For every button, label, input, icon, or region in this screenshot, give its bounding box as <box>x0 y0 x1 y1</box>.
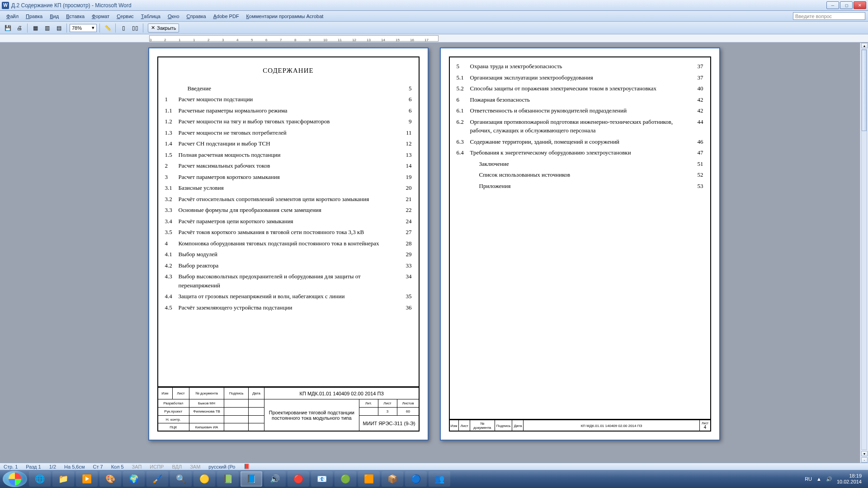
view2-icon[interactable]: ▥ <box>42 23 52 33</box>
app-icon[interactable]: 🔍 <box>170 471 192 487</box>
maximize-button[interactable]: ◻ <box>840 1 853 9</box>
app-icon[interactable]: 👥 <box>429 471 450 487</box>
status-bar: Стр. 1 Разд 1 1/2 На 5,6см Ст 7 Кол 5 ЗА… <box>0 463 868 470</box>
toc-row: 1Расчет мощности подстанции6 <box>165 95 412 104</box>
menu-item[interactable]: Сервис <box>113 12 137 20</box>
save-icon[interactable]: 💾 <box>3 23 13 33</box>
print-icon[interactable]: 🖨 <box>14 23 24 33</box>
app-icon[interactable]: 🌍 <box>123 471 145 487</box>
ruler-icon[interactable]: 📏 <box>103 23 113 33</box>
system-tray[interactable]: RU ▲ 🔊 18:1910.02.2014 <box>805 473 865 485</box>
toc-row: 5.2Способы защиты от поражения электриче… <box>457 84 703 93</box>
explorer-icon[interactable]: 📁 <box>52 471 74 487</box>
status-page: Стр. 1 <box>4 464 18 469</box>
opera-icon[interactable]: 🔴 <box>288 471 309 487</box>
app-icon[interactable]: 🎨 <box>99 471 121 487</box>
toc-row: 5.1Организация эксплуатации электрообору… <box>457 73 703 82</box>
app-icon[interactable]: 🖌️ <box>146 471 168 487</box>
excel-icon[interactable]: 📗 <box>217 471 239 487</box>
word-icon[interactable]: 📘 <box>241 471 262 487</box>
toc-row: 3Расчет параметров короткого замыкания19 <box>165 173 412 182</box>
close-button[interactable]: ✕ <box>854 1 866 9</box>
vertical-scrollbar[interactable]: ▲ ▼ ◦ ▼ <box>860 43 868 470</box>
skype-icon[interactable]: 🔵 <box>405 471 427 487</box>
toc-row: 4.3Выбор высоковольтных предохранителей … <box>165 272 412 290</box>
wmp-icon[interactable]: ▶️ <box>76 471 98 487</box>
toc-row: 1.1Расчетные параметры нормального режим… <box>165 106 412 115</box>
menu-item[interactable]: Справка <box>183 12 210 20</box>
toolbar: 💾 🖨 ▦ ▥ ▤ 78%▾ 📏 ▯ ▯▯ ✕ Закрыть <box>0 22 868 34</box>
toc-row: 3.3Основные формулы для преобразования с… <box>165 206 412 215</box>
taskbar: 🌐 📁 ▶️ 🎨 🌍 🖌️ 🔍 🟡 📗 📘 🔊 🔴 📧 🟢 🟧 📦 🔵 👥 RU… <box>0 470 868 488</box>
toc-row: 6Пожарная безопасность42 <box>457 95 703 104</box>
window-title: Д.2 Содержание КП (просмотр) - Microsoft… <box>11 2 826 9</box>
multipage-icon[interactable]: ▯▯ <box>130 23 140 33</box>
app-icon[interactable]: 🟢 <box>335 471 356 487</box>
toc-row: Приложения53 <box>457 182 703 191</box>
help-question-input[interactable]: Введите вопрос <box>793 12 865 20</box>
menu-item[interactable]: Вид <box>46 12 62 20</box>
onepage-icon[interactable]: ▯ <box>118 23 128 33</box>
status-section: Разд 1 <box>26 464 41 469</box>
app-icon[interactable]: 📦 <box>382 471 403 487</box>
mail-icon[interactable]: 📧 <box>311 471 333 487</box>
menu-item[interactable]: Вставка <box>62 12 88 20</box>
page-2: 5Охрана труда и электробезопасность375.1… <box>440 47 720 441</box>
menu-item[interactable]: Окно <box>164 12 183 20</box>
start-button[interactable] <box>3 471 27 487</box>
tray-flag-icon: ▲ <box>816 476 821 482</box>
toc-row: Введение5 <box>165 84 412 93</box>
menu-item[interactable]: Adobe PDF <box>210 12 243 20</box>
app-icon[interactable]: 🔊 <box>264 471 286 487</box>
toc-title: СОДЕРЖАНИЕ <box>165 66 412 76</box>
view1-icon[interactable]: ▦ <box>30 23 40 33</box>
spellcheck-icon[interactable]: 📕 <box>244 464 250 469</box>
menu-item[interactable]: Таблица <box>137 12 164 20</box>
view3-icon[interactable]: ▤ <box>54 23 64 33</box>
status-lang: русский (Ро <box>208 464 235 469</box>
toc-row: 1.3Расчет мощности не тяговых потребител… <box>165 128 412 137</box>
status-line: Ст 7 <box>93 464 103 469</box>
title-block-small: Изм Лист № документа Подпись Дата КП МДК… <box>449 419 711 432</box>
minimize-button[interactable]: ─ <box>826 1 839 9</box>
toc-row: 6.4Требования к энергетическому оборудов… <box>457 148 703 157</box>
status-at: На 5,6см <box>64 464 85 469</box>
page-1: СОДЕРЖАНИЕ Введение51Расчет мощности под… <box>148 47 429 441</box>
document-area[interactable]: СОДЕРЖАНИЕ Введение51Расчет мощности под… <box>0 43 868 470</box>
ok-icon[interactable]: 🟧 <box>358 471 380 487</box>
menu-item[interactable]: Правка <box>22 12 46 20</box>
title-block: Изм Лист № документа Подпись Дата КП МДК… <box>157 386 420 432</box>
toc-row: 5Охрана труда и электробезопасность37 <box>457 62 703 71</box>
chrome-icon[interactable]: 🟡 <box>193 471 215 487</box>
toc-row: Список использованных источников52 <box>457 170 703 179</box>
toc-row: 6.1Ответственность и обязанности руковод… <box>457 106 703 115</box>
menu-item[interactable]: Формат <box>88 12 113 20</box>
tray-sound-icon: 🔊 <box>826 476 832 482</box>
ie-icon[interactable]: 🌐 <box>29 471 51 487</box>
toc-row: 4.2Выбор реактора33 <box>165 261 412 270</box>
close-preview-button[interactable]: ✕ Закрыть <box>148 23 179 33</box>
toc-row: 3.1Базисные условия20 <box>165 183 412 192</box>
toc-row: 6.3Содержание территории, зданий, помеще… <box>457 137 703 146</box>
menu-item[interactable]: Файл <box>3 12 22 20</box>
toc-row: 1.5Полная расчетная мощность подстанции1… <box>165 150 412 160</box>
zoom-select[interactable]: 78%▾ <box>70 24 97 32</box>
ruler: 3211234567891011121314151617 <box>0 34 868 42</box>
toc-row: 3.2Расчёт относительных сопротивлений эл… <box>165 195 412 204</box>
toc-row: 1.4Расчет СН подстанции и выбор ТСН12 <box>165 139 412 148</box>
toc-row: 4Компоновка оборудования тяговых подстан… <box>165 239 412 248</box>
menubar: ФайлПравкаВидВставкаФорматСервисТаблицаО… <box>0 11 868 22</box>
titlebar: W Д.2 Содержание КП (просмотр) - Microso… <box>0 0 868 11</box>
toc-row: 4.1Выбор модулей29 <box>165 250 412 259</box>
toc-row: 4.5Расчёт заземляющего устройства подста… <box>165 303 412 312</box>
toc-row: 2Расчет максимальных рабочих токов14 <box>165 161 412 170</box>
toc-row: 6.2Организация противопожарной подготовк… <box>457 117 703 135</box>
menu-item[interactable]: Комментарии программы Acrobat <box>243 12 327 20</box>
toc-row: 3.5Расчёт токов короткого замыкания в тя… <box>165 228 412 237</box>
toc-row: 4.4Защита от грозовых перенапряжений и в… <box>165 292 412 301</box>
tray-lang: RU <box>805 476 812 482</box>
word-icon: W <box>2 2 9 9</box>
status-pages: 1/2 <box>49 464 56 469</box>
toc-row: 1.2Расчет мощности на тягу и выбор тягов… <box>165 117 412 126</box>
toc-row: Заключение51 <box>457 160 703 169</box>
